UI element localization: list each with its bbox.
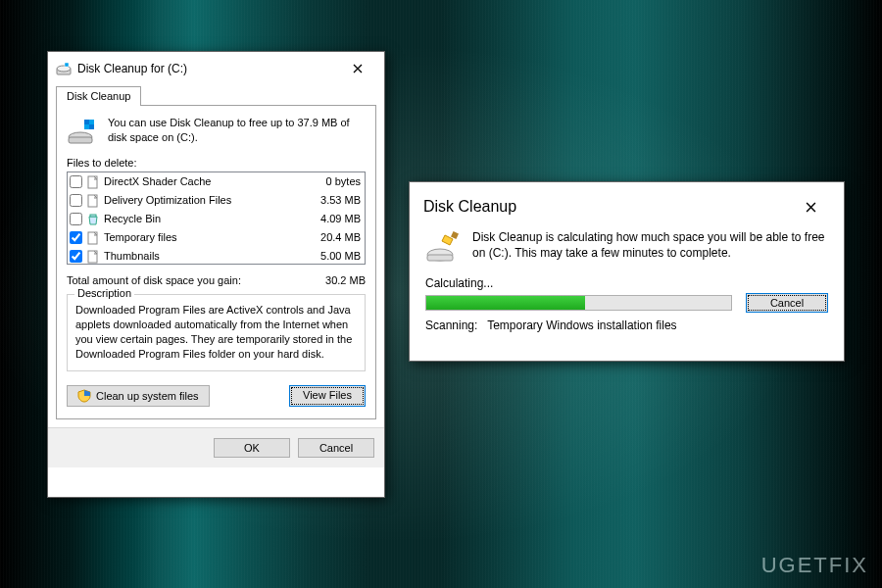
cancel-button[interactable]: Cancel bbox=[746, 293, 828, 313]
file-icon bbox=[86, 194, 100, 208]
file-icon bbox=[86, 231, 100, 245]
tabstrip: Disk Cleanup bbox=[48, 85, 384, 105]
progress-body: Disk Cleanup is calculating how much spa… bbox=[410, 227, 844, 346]
tab-disk-cleanup[interactable]: Disk Cleanup bbox=[56, 86, 141, 106]
disk-cleanup-large-icon bbox=[67, 116, 98, 147]
titlebar: Disk Cleanup bbox=[410, 182, 844, 227]
titlebar: Disk Cleanup for (C:) bbox=[48, 52, 384, 83]
svg-rect-5 bbox=[69, 137, 92, 143]
file-size: 4.09 MB bbox=[298, 211, 361, 227]
tab-body: You can use Disk Cleanup to free up to 3… bbox=[56, 105, 376, 419]
file-name: Temporary files bbox=[104, 229, 298, 246]
disk-cleanup-dialog: Disk Cleanup for (C:) Disk Cleanup You c… bbox=[47, 51, 385, 498]
file-checkbox[interactable] bbox=[70, 194, 82, 207]
window-title: Disk Cleanup for (C:) bbox=[77, 62, 333, 75]
intro-text: You can use Disk Cleanup to free up to 3… bbox=[108, 116, 366, 147]
cleanup-system-files-label: Clean up system files bbox=[96, 390, 199, 402]
list-item[interactable]: Thumbnails 5.00 MB bbox=[68, 247, 365, 265]
progress-row: Cancel bbox=[425, 293, 828, 313]
description-text: Downloaded Program Files are ActiveX con… bbox=[75, 303, 357, 361]
dialog-footer: OK Cancel bbox=[48, 427, 384, 467]
file-name: Thumbnails bbox=[104, 248, 298, 265]
progress-bar-fill bbox=[426, 296, 585, 310]
action-row: Clean up system files View Files bbox=[67, 385, 366, 407]
cleanup-system-files-button[interactable]: Clean up system files bbox=[67, 385, 210, 407]
list-item[interactable]: Recycle Bin 4.09 MB bbox=[68, 210, 365, 228]
scanning-value: Temporary Windows installation files bbox=[487, 318, 676, 332]
files-to-delete-label: Files to delete: bbox=[67, 157, 366, 169]
description-legend: Description bbox=[74, 287, 134, 299]
list-item[interactable]: Temporary files 20.4 MB bbox=[68, 228, 365, 247]
file-checkbox[interactable] bbox=[70, 213, 82, 225]
svg-rect-7 bbox=[84, 120, 89, 124]
progress-intro: Disk Cleanup is calculating how much spa… bbox=[425, 229, 828, 265]
svg-rect-11 bbox=[90, 215, 96, 217]
file-name: DirectX Shader Cache bbox=[104, 173, 298, 190]
close-button[interactable] bbox=[791, 194, 830, 220]
disk-cleanup-icon bbox=[56, 61, 72, 76]
svg-rect-8 bbox=[89, 124, 94, 129]
recycle-bin-icon bbox=[86, 213, 100, 226]
cancel-button[interactable]: Cancel bbox=[298, 438, 374, 458]
svg-rect-16 bbox=[451, 231, 459, 239]
view-files-button[interactable]: View Files bbox=[289, 385, 366, 407]
progress-text: Disk Cleanup is calculating how much spa… bbox=[472, 229, 828, 265]
watermark: UGETFIX bbox=[761, 553, 868, 578]
list-item[interactable]: Delivery Optimization Files 3.53 MB bbox=[68, 191, 365, 210]
file-name: Recycle Bin bbox=[104, 211, 298, 227]
files-listbox[interactable]: DirectX Shader Cache 0 bytes Delivery Op… bbox=[67, 172, 366, 265]
file-size: 5.00 MB bbox=[298, 248, 361, 265]
file-checkbox[interactable] bbox=[70, 250, 82, 263]
svg-rect-15 bbox=[427, 255, 453, 261]
ok-button[interactable]: OK bbox=[214, 438, 290, 458]
shield-icon bbox=[77, 389, 91, 403]
calculating-label: Calculating... bbox=[425, 276, 828, 290]
file-size: 3.53 MB bbox=[298, 192, 361, 209]
file-name: Delivery Optimization Files bbox=[104, 192, 298, 209]
scanning-row: Scanning: Temporary Windows installation… bbox=[425, 318, 828, 332]
disk-cleanup-progress-dialog: Disk Cleanup Disk Cleanup is calculating… bbox=[409, 181, 845, 362]
intro-row: You can use Disk Cleanup to free up to 3… bbox=[67, 116, 366, 147]
disk-cleanup-brush-icon bbox=[425, 229, 461, 265]
total-row: Total amount of disk space you gain: 30.… bbox=[67, 274, 366, 286]
window-title: Disk Cleanup bbox=[423, 198, 791, 216]
file-checkbox[interactable] bbox=[70, 231, 82, 244]
close-button[interactable] bbox=[339, 58, 376, 79]
total-label: Total amount of disk space you gain: bbox=[67, 274, 241, 286]
file-icon bbox=[86, 175, 100, 189]
file-size: 0 bytes bbox=[298, 173, 361, 190]
svg-rect-2 bbox=[65, 63, 69, 67]
file-checkbox[interactable] bbox=[70, 175, 82, 188]
total-value: 30.2 MB bbox=[325, 274, 366, 286]
progress-bar bbox=[425, 295, 732, 311]
description-group: Description Downloaded Program Files are… bbox=[67, 294, 366, 371]
scanning-label: Scanning: bbox=[425, 318, 477, 332]
list-item[interactable]: DirectX Shader Cache 0 bytes bbox=[68, 172, 365, 191]
file-icon bbox=[86, 250, 100, 264]
file-size: 20.4 MB bbox=[298, 229, 361, 246]
